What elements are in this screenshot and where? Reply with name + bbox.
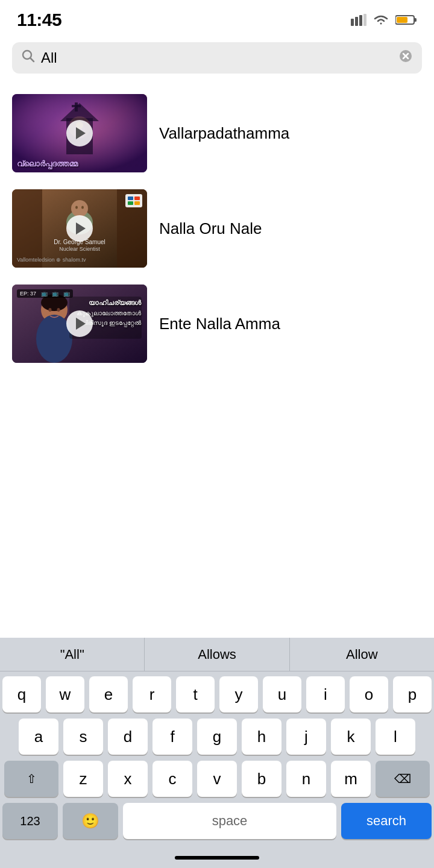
status-time: 11:45 bbox=[17, 10, 61, 30]
result-thumbnail: EP: 37 📺 📺 📺 യാഹിചര്യങ്ങൾ കുകുലാലോത്തതോൾ… bbox=[12, 285, 147, 363]
svg-rect-3 bbox=[363, 14, 366, 26]
svg-point-25 bbox=[75, 206, 78, 209]
numbers-key[interactable]: 123 bbox=[2, 803, 58, 839]
key-row-1: q w e r t y u i o p bbox=[2, 676, 432, 712]
key-a[interactable]: a bbox=[19, 719, 58, 755]
thumb-subcaption: Vallomteledsion ⊕ shalom.tv bbox=[17, 257, 86, 263]
key-d[interactable]: d bbox=[108, 719, 148, 755]
svg-rect-2 bbox=[359, 15, 362, 26]
keyboard-rows: q w e r t y u i o p a s d f g h j k l ⇧ … bbox=[0, 671, 434, 848]
svg-rect-1 bbox=[355, 17, 358, 26]
svg-line-8 bbox=[31, 58, 34, 62]
key-o[interactable]: o bbox=[350, 676, 388, 712]
clear-button[interactable] bbox=[399, 49, 412, 66]
home-indicator bbox=[175, 856, 259, 860]
key-z[interactable]: z bbox=[63, 761, 103, 797]
home-bar bbox=[0, 848, 434, 868]
autocomplete-item-3[interactable]: Allow bbox=[290, 638, 434, 671]
result-title: Nalla Oru Nale bbox=[159, 219, 422, 238]
key-m[interactable]: m bbox=[331, 761, 371, 797]
key-g[interactable]: g bbox=[197, 719, 237, 755]
space-key[interactable]: space bbox=[123, 803, 336, 839]
key-f[interactable]: f bbox=[153, 719, 192, 755]
svg-point-26 bbox=[81, 206, 84, 209]
status-icons bbox=[351, 14, 417, 26]
results-list: വ്ലൊർപ്പദത്തമ്മ Vallarpadathamma bbox=[0, 80, 434, 377]
key-s[interactable]: s bbox=[63, 719, 103, 755]
key-e[interactable]: e bbox=[89, 676, 128, 712]
key-v[interactable]: v bbox=[197, 761, 237, 797]
search-input[interactable]: All bbox=[41, 49, 393, 66]
result-thumbnail: Dr. George SamuelNuclear Scientist Vallo… bbox=[12, 189, 147, 268]
thumb-logo bbox=[125, 194, 142, 207]
key-y[interactable]: y bbox=[219, 676, 258, 712]
status-bar: 11:45 bbox=[0, 0, 434, 36]
key-x[interactable]: x bbox=[108, 761, 148, 797]
backspace-key[interactable]: ⌫ bbox=[376, 761, 430, 797]
key-h[interactable]: h bbox=[242, 719, 281, 755]
key-row-3: ⇧ z x c v b n m ⌫ bbox=[2, 761, 432, 797]
thumb-overlay: വ്ലൊർപ്പദത്തമ്മ bbox=[17, 159, 78, 169]
key-c[interactable]: c bbox=[153, 761, 192, 797]
key-j[interactable]: j bbox=[286, 719, 326, 755]
episode-badge: EP: 37 📺 📺 📺 bbox=[17, 289, 73, 298]
play-button[interactable] bbox=[66, 215, 93, 242]
battery-icon bbox=[395, 14, 417, 25]
play-button[interactable] bbox=[66, 310, 93, 337]
svg-rect-21 bbox=[12, 189, 42, 268]
search-bar[interactable]: All bbox=[12, 42, 422, 74]
search-icon bbox=[22, 49, 35, 66]
search-bar-container: All bbox=[0, 36, 434, 80]
svg-point-24 bbox=[71, 200, 88, 217]
key-k[interactable]: k bbox=[331, 719, 371, 755]
result-item[interactable]: EP: 37 📺 📺 📺 യാഹിചര്യങ്ങൾ കുകുലാലോത്തതോൾ… bbox=[0, 276, 434, 371]
key-w[interactable]: w bbox=[46, 676, 84, 712]
search-key[interactable]: search bbox=[341, 803, 432, 839]
emoji-key[interactable]: 🙂 bbox=[63, 803, 118, 839]
autocomplete-item-1[interactable]: "All" bbox=[0, 638, 145, 671]
svg-point-31 bbox=[49, 308, 52, 312]
autocomplete-item-2[interactable]: Allows bbox=[145, 638, 289, 671]
key-l[interactable]: l bbox=[376, 719, 415, 755]
key-t[interactable]: t bbox=[176, 676, 215, 712]
key-p[interactable]: p bbox=[393, 676, 432, 712]
key-b[interactable]: b bbox=[242, 761, 281, 797]
result-thumbnail: വ്ലൊർപ്പദത്തമ്മ bbox=[12, 94, 147, 172]
svg-rect-16 bbox=[72, 105, 81, 107]
key-u[interactable]: u bbox=[263, 676, 301, 712]
autocomplete-bar: "All" Allows Allow bbox=[0, 638, 434, 671]
key-i[interactable]: i bbox=[306, 676, 345, 712]
result-title: Ente Nalla Amma bbox=[159, 315, 422, 333]
svg-rect-5 bbox=[414, 18, 417, 22]
key-n[interactable]: n bbox=[286, 761, 326, 797]
result-item[interactable]: Dr. George SamuelNuclear Scientist Vallo… bbox=[0, 181, 434, 276]
signal-icon bbox=[351, 14, 366, 26]
svg-point-32 bbox=[57, 308, 60, 312]
key-row-2: a s d f g h j k l bbox=[2, 719, 432, 755]
key-q[interactable]: q bbox=[2, 676, 41, 712]
svg-rect-6 bbox=[397, 17, 407, 23]
keyboard: "All" Allows Allow q w e r t y u i o p a… bbox=[0, 638, 434, 868]
shift-key[interactable]: ⇧ bbox=[4, 761, 58, 797]
key-row-4: 123 🙂 space search bbox=[2, 803, 432, 839]
result-title: Vallarpadathamma bbox=[159, 124, 422, 143]
svg-rect-0 bbox=[351, 19, 354, 26]
key-r[interactable]: r bbox=[133, 676, 171, 712]
wifi-icon bbox=[373, 14, 389, 26]
play-button[interactable] bbox=[66, 120, 93, 146]
result-item[interactable]: വ്ലൊർപ്പദത്തമ്മ Vallarpadathamma bbox=[0, 86, 434, 181]
